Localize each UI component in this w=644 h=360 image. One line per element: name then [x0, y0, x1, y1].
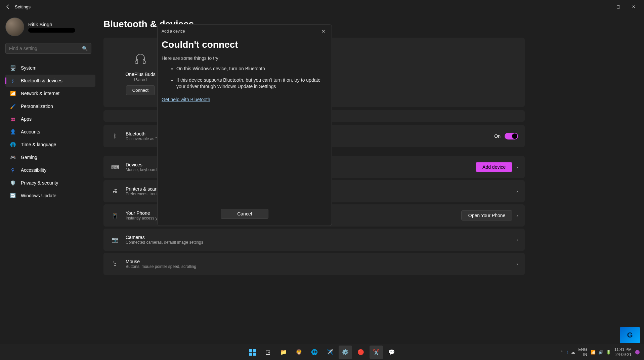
svg-rect-3 [253, 353, 256, 356]
dialog-title: Couldn't connect [162, 39, 322, 50]
toggle-label: On [494, 133, 501, 139]
cameras-sub: Connected cameras, default image setting… [126, 240, 516, 245]
nav-icon: 📶 [9, 90, 16, 97]
cameras-card[interactable]: 📷 Cameras Connected cameras, default ima… [103, 229, 525, 251]
phone-icon: 📱 [110, 211, 120, 220]
mouse-icon: 🖱 [110, 259, 120, 269]
battery-tray-icon[interactable]: 🔋 [606, 350, 611, 355]
hangouts-icon[interactable]: 💬 [385, 346, 398, 359]
sidebar-item-privacy-security[interactable]: 🛡️Privacy & security [5, 177, 95, 189]
onedrive-tray-icon[interactable]: ☁ [571, 350, 575, 355]
nav-icon: 👤 [9, 128, 16, 135]
dialog-close-button[interactable]: ✕ [319, 27, 328, 35]
back-button[interactable] [3, 1, 13, 12]
settings-icon[interactable]: ⚙️ [339, 346, 352, 359]
headset-icon [131, 49, 150, 68]
bluetooth-icon: ᛒ [110, 131, 120, 141]
minimize-button[interactable]: ─ [595, 1, 610, 12]
profile-email-redacted [28, 28, 75, 33]
chrome-icon[interactable]: 🔴 [354, 346, 368, 359]
nav-label: Privacy & security [21, 180, 58, 186]
sidebar-item-time-language[interactable]: 🌐Time & language [5, 138, 95, 151]
chevron-right-icon: › [516, 213, 518, 218]
chevron-right-icon: › [516, 237, 518, 242]
telegram-icon[interactable]: ✈️ [323, 346, 337, 359]
svg-rect-0 [249, 349, 252, 352]
nav-label: Apps [21, 116, 32, 122]
dialog-bullet-2: If this device supports Bluetooth, but y… [176, 77, 322, 90]
sidebar-item-bluetooth-devices[interactable]: ᛒBluetooth & devices [5, 75, 95, 87]
nav-label: Accounts [21, 129, 40, 134]
tray-overflow-icon[interactable]: ^ [561, 350, 563, 355]
clock[interactable]: 11:41 PM 24-09-21 [614, 347, 632, 357]
sidebar-item-accounts[interactable]: 👤Accounts [5, 126, 95, 138]
bluetooth-tray-icon[interactable]: ᛒ [566, 350, 568, 355]
dialog-subtitle: Here are some things to try: [162, 55, 322, 61]
nav-icon: 🌐 [9, 141, 16, 148]
nav-icon: ᛒ [9, 77, 16, 84]
get-help-link[interactable]: Get help with Bluetooth [162, 97, 210, 102]
titlebar: Settings ─ ▢ ✕ [0, 0, 644, 13]
language-indicator[interactable]: ENG IN [578, 347, 587, 357]
devices-icon: ⌨ [110, 162, 120, 172]
sidebar-item-apps[interactable]: ▦Apps [5, 113, 95, 125]
watermark-logo: G [620, 327, 640, 343]
sidebar-item-gaming[interactable]: 🎮Gaming [5, 151, 95, 163]
sidebar-item-system[interactable]: 🖥️System [5, 62, 95, 74]
profile-section[interactable]: Ritik Singh [5, 17, 95, 36]
close-button[interactable]: ✕ [626, 1, 641, 12]
nav-label: Time & language [21, 142, 56, 147]
printer-icon: 🖨 [110, 187, 120, 196]
dialog-header-title: Add a device [162, 29, 185, 34]
search-icon: 🔍 [82, 46, 88, 51]
cameras-title: Cameras [126, 235, 516, 240]
sidebar-item-personalization[interactable]: 🖌️Personalization [5, 100, 95, 112]
wifi-tray-icon[interactable]: 📶 [591, 350, 596, 355]
volume-tray-icon[interactable]: 🔊 [598, 350, 603, 355]
bluetooth-toggle[interactable] [505, 133, 518, 139]
search-box[interactable]: 🔍 [5, 43, 91, 54]
mouse-card[interactable]: 🖱 Mouse Buttons, mouse pointer speed, sc… [103, 253, 525, 275]
svg-rect-2 [249, 353, 252, 356]
nav-icon: ▦ [9, 116, 16, 122]
mouse-sub: Buttons, mouse pointer speed, scrolling [126, 264, 516, 269]
add-device-button[interactable]: Add device [476, 162, 512, 172]
sidebar-item-network-internet[interactable]: 📶Network & internet [5, 87, 95, 99]
sidebar: Ritik Singh 🔍 🖥️SystemᛒBluetooth & devic… [0, 13, 101, 344]
nav-label: Network & internet [21, 91, 59, 96]
mouse-title: Mouse [126, 259, 516, 264]
arrow-left-icon [5, 4, 11, 9]
chevron-right-icon: › [516, 164, 518, 170]
add-device-dialog: Add a device ✕ Couldn't connect Here are… [157, 24, 332, 226]
search-input[interactable] [9, 46, 88, 51]
window-controls: ─ ▢ ✕ [595, 1, 641, 12]
camera-icon: 📷 [110, 235, 120, 244]
svg-rect-1 [253, 349, 256, 352]
twitch-tray-icon[interactable]: 🟣 [635, 350, 640, 355]
nav-icon: 🖥️ [9, 65, 16, 71]
nav-icon: 🛡️ [9, 179, 16, 186]
nav-label: Personalization [21, 104, 53, 109]
task-view-button[interactable]: ◳ [261, 346, 275, 359]
nav-label: Bluetooth & devices [21, 78, 62, 83]
nav-label: Accessibility [21, 167, 46, 173]
nav-label: Windows Update [21, 193, 56, 198]
start-button[interactable] [246, 346, 259, 359]
file-explorer-icon[interactable]: 📁 [277, 346, 290, 359]
taskbar: ◳ 📁 🦁 🌐 ✈️ ⚙️ 🔴 ✂️ 💬 ^ ᛒ ☁ ENG IN 📶 🔊 🔋 … [0, 344, 644, 360]
chevron-right-icon: › [516, 189, 518, 194]
sidebar-item-windows-update[interactable]: 🔄Windows Update [5, 190, 95, 202]
nav-label: Gaming [21, 155, 37, 160]
cancel-button[interactable]: Cancel [221, 209, 268, 219]
brave-icon[interactable]: 🦁 [292, 346, 306, 359]
app-title: Settings [15, 4, 31, 9]
nav-icon: 🎮 [9, 154, 16, 161]
edge-icon[interactable]: 🌐 [308, 346, 321, 359]
dialog-bullet-1: On this Windows device, turn on Bluetoot… [176, 66, 322, 72]
snipping-tool-icon[interactable]: ✂️ [370, 346, 383, 359]
nav-icon: 🔄 [9, 192, 16, 199]
connect-button[interactable]: Connect [126, 85, 155, 95]
maximize-button[interactable]: ▢ [610, 1, 626, 12]
open-your-phone-button[interactable]: Open Your Phone [461, 210, 513, 221]
sidebar-item-accessibility[interactable]: ⚲Accessibility [5, 164, 95, 176]
